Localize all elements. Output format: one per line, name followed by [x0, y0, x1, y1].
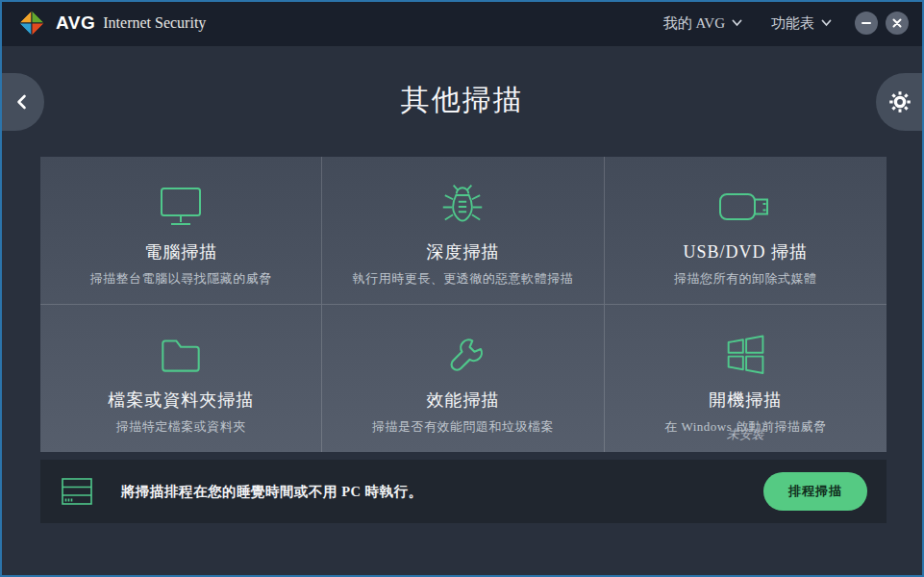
schedule-bar: 將掃描排程在您的睡覺時間或不用 PC 時執行。 排程掃描 — [40, 460, 887, 523]
tile-computer-scan[interactable]: 電腦掃描 掃描整台電腦以尋找隱藏的威脅 — [40, 157, 322, 305]
minus-icon — [860, 16, 873, 30]
tile-subtitle: 掃描是否有效能問題和垃圾檔案 — [372, 418, 554, 436]
tile-title: 深度掃描 — [426, 240, 499, 263]
chevron-down-icon — [821, 19, 832, 27]
tile-subtitle: 掃描整台電腦以尋找隱藏的威脅 — [90, 270, 272, 288]
tile-deep-scan[interactable]: 深度掃描 執行用時更長、更透徹的惡意軟體掃描 — [322, 157, 604, 305]
window-controls — [855, 12, 909, 35]
schedule-list-icon — [58, 472, 96, 511]
brand-product-name: Internet Security — [103, 14, 206, 32]
tile-subtitle: 掃描特定檔案或資料夾 — [116, 418, 246, 436]
titlebar: AVG Internet Security 我的 AVG 功能表 — [0, 0, 924, 46]
monitor-icon — [153, 176, 209, 238]
tile-title: 電腦掃描 — [144, 240, 217, 263]
settings-button[interactable] — [876, 73, 924, 131]
tile-performance-scan[interactable]: 效能掃描 掃描是否有效能問題和垃圾檔案 — [322, 305, 604, 452]
tile-subtitle: 執行用時更長、更透徹的惡意軟體掃描 — [353, 270, 574, 288]
close-button[interactable] — [886, 12, 909, 35]
tile-boot-scan[interactable]: 開機掃描 在 Windows 啟動前掃描威脅 未安裝 — [605, 305, 887, 452]
tile-title: 效能掃描 — [426, 389, 499, 412]
menu-my-avg[interactable]: 我的 AVG — [663, 14, 742, 33]
gear-icon — [888, 90, 912, 113]
folder-icon — [155, 324, 207, 386]
minimize-button[interactable] — [855, 12, 878, 35]
tile-subtitle: 掃描您所有的卸除式媒體 — [674, 270, 817, 288]
schedule-scan-button[interactable]: 排程掃描 — [763, 472, 867, 511]
chevron-left-icon — [12, 91, 32, 113]
titlebar-menus: 我的 AVG 功能表 — [663, 14, 832, 33]
avg-logo — [17, 9, 46, 38]
menu-options[interactable]: 功能表 — [771, 14, 832, 33]
usb-drive-icon — [715, 176, 775, 238]
menu-options-label: 功能表 — [771, 14, 814, 33]
scan-options-grid: 電腦掃描 掃描整台電腦以尋找隱藏的威脅 深度掃描 執行用時更長、更透徹的惡意軟體… — [40, 157, 887, 452]
tile-usb-dvd-scan[interactable]: USB/DVD 掃描 掃描您所有的卸除式媒體 — [605, 157, 887, 305]
brand-bold: AVG — [56, 13, 95, 34]
bug-icon — [438, 176, 487, 238]
not-installed-badge: 未安裝 — [605, 426, 887, 443]
close-icon — [890, 16, 904, 30]
windows-icon — [720, 324, 770, 386]
tile-title: USB/DVD 掃描 — [684, 240, 809, 263]
schedule-message: 將掃描排程在您的睡覺時間或不用 PC 時執行。 — [121, 483, 423, 501]
page-title: 其他掃描 — [0, 81, 924, 120]
tile-file-folder-scan[interactable]: 檔案或資料夾掃描 掃描特定檔案或資料夾 — [40, 305, 322, 452]
tile-title: 檔案或資料夾掃描 — [108, 389, 254, 412]
menu-my-avg-label: 我的 AVG — [663, 14, 725, 33]
tile-title: 開機掃描 — [709, 389, 782, 412]
wrench-icon — [437, 324, 487, 386]
chevron-down-icon — [732, 19, 742, 27]
